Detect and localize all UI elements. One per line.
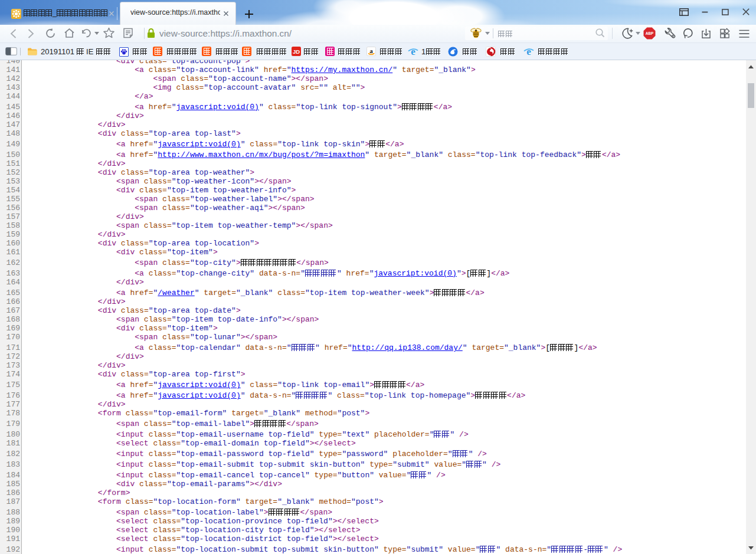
svg-text:a: a [369,47,373,54]
svg-text:e: e [526,46,531,57]
svg-text:ABP: ABP [646,31,654,35]
svg-text:e: e [411,46,415,57]
